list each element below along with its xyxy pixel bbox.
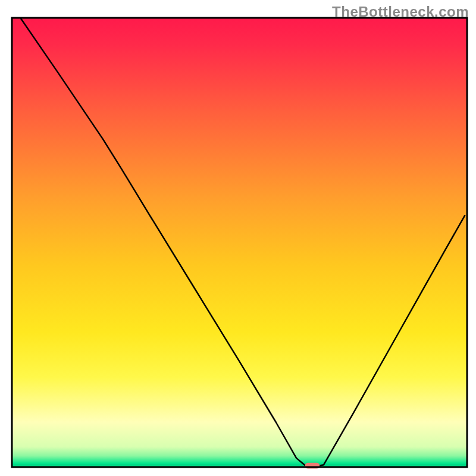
watermark-text: TheBottleneck.com <box>332 4 469 20</box>
bottleneck-chart: TheBottleneck.com <box>0 0 476 476</box>
chart-background <box>12 18 467 467</box>
chart-svg <box>0 0 476 476</box>
